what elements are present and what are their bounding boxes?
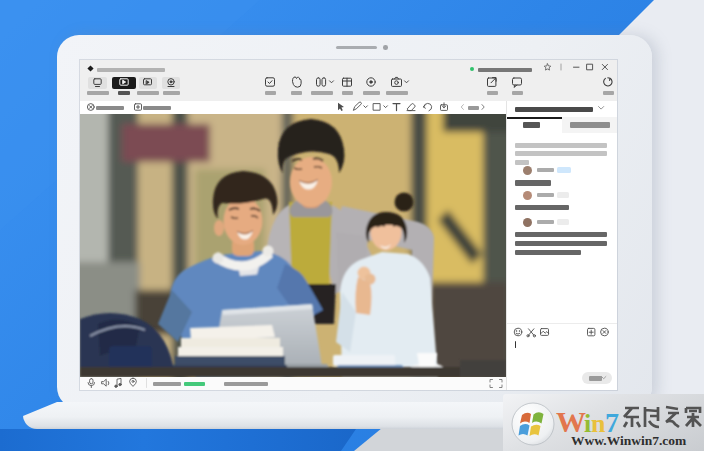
svg-text:Www.Winwin7.com: Www.Winwin7.com (571, 433, 687, 448)
